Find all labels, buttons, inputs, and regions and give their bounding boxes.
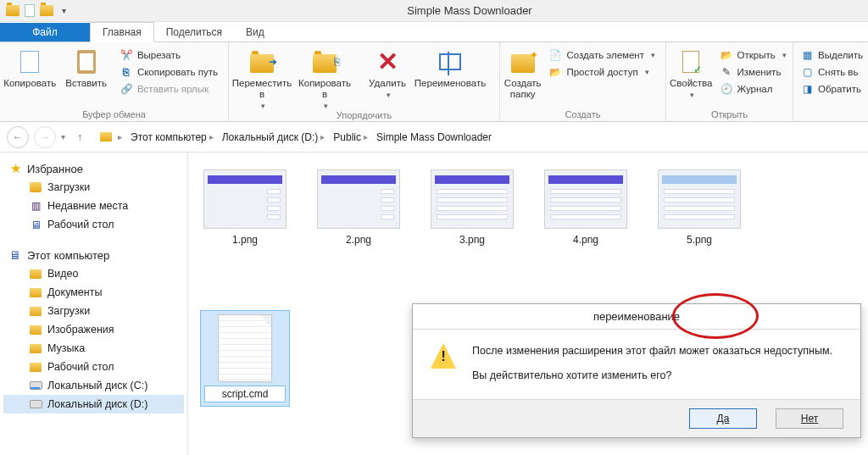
tree-downloads-pc[interactable]: Загрузки bbox=[3, 302, 184, 320]
select-all-icon: ▦ bbox=[800, 48, 814, 62]
favorites-label: Избранное bbox=[27, 163, 83, 175]
shortcut-icon: 🔗 bbox=[120, 82, 133, 96]
music-label: Музыка bbox=[47, 342, 85, 354]
tab-home[interactable]: Главная bbox=[90, 22, 154, 42]
this-pc-label: Этот компьютер bbox=[27, 249, 109, 262]
tree-this-pc[interactable]: 🖥Этот компьютер bbox=[3, 246, 184, 264]
crumb-pc[interactable]: Этот компьютер▸ bbox=[127, 131, 217, 143]
crumb-disk[interactable]: Локальный диск (D:)▸ bbox=[219, 131, 329, 143]
cut-button[interactable]: ✂️Вырезать bbox=[118, 47, 220, 63]
invert-label: Обратить bbox=[818, 84, 861, 94]
tree-downloads[interactable]: Загрузки bbox=[3, 178, 184, 197]
file-item[interactable]: 5.png bbox=[654, 166, 744, 251]
move-to-label: Переместить в bbox=[232, 78, 292, 100]
tree-favorites[interactable]: ★Избранное bbox=[3, 159, 184, 178]
copy-to-button[interactable]: ⎘ Копировать в bbox=[295, 44, 354, 110]
delete-button[interactable]: ✕ Удалить bbox=[358, 44, 417, 99]
folder-icon bbox=[29, 323, 42, 336]
history-dropdown[interactable]: ▾ bbox=[61, 132, 65, 141]
crumb-root[interactable]: ▸ bbox=[114, 132, 125, 141]
invert-selection-icon: ◨ bbox=[800, 82, 814, 96]
select-none-label: Снять вь bbox=[818, 67, 858, 77]
easy-access-button[interactable]: 📂Простой доступ bbox=[547, 64, 657, 80]
back-button[interactable]: ← bbox=[7, 126, 29, 148]
tree-recent[interactable]: ▥Недавние места bbox=[3, 197, 184, 215]
copy-button[interactable]: Копировать bbox=[3, 44, 56, 89]
folder-icon[interactable] bbox=[5, 3, 20, 19]
history-button[interactable]: 🕘Журнал bbox=[718, 81, 788, 97]
tab-file[interactable]: Файл bbox=[0, 23, 90, 42]
folder-icon bbox=[99, 130, 113, 144]
cut-label: Вырезать bbox=[137, 50, 181, 60]
file-item[interactable]: 1.png bbox=[200, 166, 290, 251]
history-label: Журнал bbox=[737, 84, 773, 94]
file-name: 4.png bbox=[570, 232, 602, 247]
new-folder-button[interactable]: Создать папку bbox=[504, 44, 542, 100]
open-button[interactable]: 📂Открыть bbox=[718, 47, 788, 63]
crumb-public[interactable]: Public▸ bbox=[330, 131, 371, 143]
invert-selection-button[interactable]: ◨Обратить bbox=[798, 81, 865, 97]
ribbon-group-open: Свойства 📂Открыть ✎Изменить 🕘Журнал Откр… bbox=[666, 42, 793, 121]
paste-shortcut-label: Вставить ярлык bbox=[137, 84, 209, 94]
tree-images[interactable]: Изображения bbox=[3, 320, 184, 339]
edit-label: Изменить bbox=[737, 67, 782, 77]
disk-icon bbox=[29, 397, 42, 411]
yes-button[interactable]: Да bbox=[689, 408, 757, 429]
copy-path-button[interactable]: ⎘Скопировать путь bbox=[118, 64, 220, 80]
tree-desktop-pc[interactable]: Рабочий стол bbox=[3, 358, 184, 376]
rename-button[interactable]: Переименовать bbox=[420, 44, 480, 89]
dialog-buttons: Да Нет bbox=[413, 399, 860, 437]
paste-button[interactable]: Вставить bbox=[59, 44, 112, 89]
desktop-icon: 🖥 bbox=[29, 218, 42, 231]
tree-disk-c[interactable]: Локальный диск (C:) bbox=[3, 376, 184, 395]
tab-view[interactable]: Вид bbox=[234, 23, 276, 42]
address-bar[interactable]: ▸ Этот компьютер▸ Локальный диск (D:)▸ P… bbox=[94, 127, 861, 147]
edit-button[interactable]: ✎Изменить bbox=[718, 64, 788, 80]
tree-disk-d[interactable]: Локальный диск (D:) bbox=[3, 395, 184, 413]
forward-button[interactable]: → bbox=[34, 126, 56, 148]
select-none-button[interactable]: ▢Снять вь bbox=[798, 64, 865, 80]
nav-tree[interactable]: ★Избранное Загрузки ▥Недавние места 🖥Раб… bbox=[0, 153, 188, 455]
file-item-selected[interactable]: script.cmd bbox=[200, 310, 290, 407]
qat-dropdown-icon[interactable]: ▾ bbox=[56, 3, 71, 19]
delete-icon: ✕ bbox=[373, 47, 402, 76]
desktop-label: Рабочий стол bbox=[47, 219, 114, 230]
ribbon-tabs: Файл Главная Поделиться Вид bbox=[0, 22, 868, 42]
new-file-icon[interactable] bbox=[22, 3, 37, 19]
tree-documents[interactable]: Документы bbox=[3, 283, 184, 302]
select-all-label: Выделить bbox=[818, 50, 863, 60]
dialog-title: переименование bbox=[413, 304, 860, 330]
dialog-line1: После изменения расширения этот файл мож… bbox=[472, 343, 847, 359]
new-folder-label: Создать папку bbox=[504, 78, 542, 100]
downloads-icon bbox=[29, 180, 42, 194]
folder-icon bbox=[29, 341, 42, 355]
folder-icon[interactable] bbox=[39, 3, 54, 19]
scissors-icon: ✂️ bbox=[120, 48, 133, 62]
clipboard-icon bbox=[72, 47, 101, 76]
paste-shortcut-button[interactable]: 🔗Вставить ярлык bbox=[118, 81, 220, 97]
tree-desktop[interactable]: 🖥Рабочий стол bbox=[3, 215, 184, 234]
desktop-pc-label: Рабочий стол bbox=[47, 361, 114, 373]
recent-label: Недавние места bbox=[47, 200, 128, 212]
crumb-folder[interactable]: Simple Mass Downloader bbox=[373, 131, 495, 143]
new-item-button[interactable]: 📄Создать элемент bbox=[547, 47, 657, 63]
tree-video[interactable]: Видео bbox=[3, 264, 184, 283]
ribbon-group-organize: ➜ Переместить в ⎘ Копировать в ✕ Удалить… bbox=[229, 42, 500, 121]
move-to-button[interactable]: ➜ Переместить в bbox=[232, 44, 292, 110]
file-item[interactable]: 3.png bbox=[427, 166, 517, 251]
up-button[interactable]: ↑ bbox=[70, 128, 89, 147]
tree-music[interactable]: Музыка bbox=[3, 339, 184, 358]
select-all-button[interactable]: ▦Выделить bbox=[798, 47, 865, 63]
properties-button[interactable]: Свойства bbox=[670, 44, 713, 99]
file-name-editing[interactable]: script.cmd bbox=[204, 386, 286, 402]
tab-share[interactable]: Поделиться bbox=[154, 23, 234, 42]
file-thumbnail bbox=[658, 169, 741, 229]
folder-icon bbox=[29, 304, 42, 318]
no-button[interactable]: Нет bbox=[776, 408, 843, 429]
file-item[interactable]: 2.png bbox=[314, 166, 403, 251]
file-item[interactable]: 4.png bbox=[541, 166, 631, 251]
window-title: Simple Mass Downloader bbox=[71, 4, 868, 17]
file-thumbnail bbox=[218, 314, 272, 382]
open-label: Открыть bbox=[737, 50, 776, 60]
documents-label: Документы bbox=[47, 286, 102, 298]
